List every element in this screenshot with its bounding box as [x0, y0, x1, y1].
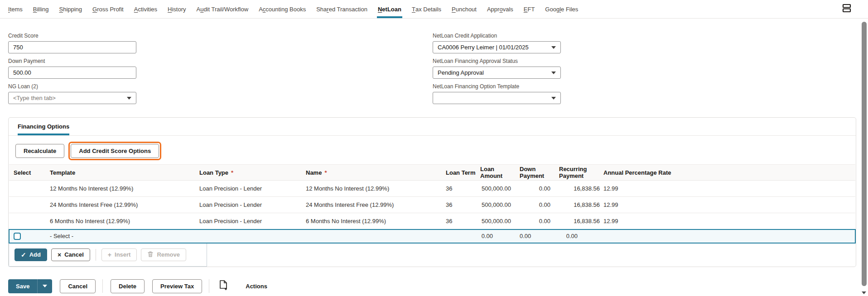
tab-gross-profit[interactable]: Gross Profit [92, 0, 124, 18]
check-icon: ✓ [21, 252, 26, 258]
column-header-template: Template [42, 165, 191, 181]
tab-history[interactable]: History [168, 0, 186, 18]
cell-recurring-payment: 16,838.56 [559, 213, 603, 229]
down-payment-input[interactable]: 500.00 [8, 67, 136, 79]
cancel-line-button-label: Cancel [64, 251, 84, 258]
chevron-down-icon [551, 97, 556, 100]
tab-billing[interactable]: Billing [33, 0, 49, 18]
column-header-select: Select [9, 165, 42, 181]
actions-menu[interactable]: Actions [246, 283, 267, 290]
tab-eft[interactable]: EFT [524, 0, 535, 18]
save-dropdown-button[interactable] [37, 279, 52, 293]
chevron-down-icon [551, 72, 556, 74]
column-header-down-payment: Down Payment [520, 165, 559, 181]
cell-template: 12 Months No Interest (12.99%) [42, 181, 191, 197]
edit-cell-down-payment: 0.00 [520, 229, 559, 243]
trash-icon [147, 251, 154, 258]
edit-cell-recurring-payment: 0.00 [559, 229, 603, 243]
save-split-button: Save [8, 279, 52, 293]
required-asterisk: * [324, 169, 327, 176]
tab-netloan[interactable]: NetLoan [378, 0, 401, 18]
cell-select [9, 197, 42, 213]
table-header-row: SelectTemplateLoan Type*Name*Loan TermLo… [9, 165, 855, 181]
footer-actions-bar: Save Cancel Delete Preview Tax Actions [8, 279, 868, 293]
cell-recurring-payment: 16,838.56 [559, 197, 603, 213]
column-header-annual-percentage-rate: Annual Percentage Rate [603, 165, 855, 181]
column-header-recurring-payment: Recurring Payment [559, 165, 603, 181]
inline-editor-toolbar: ✓Add×Cancel+InsertRemove [9, 243, 207, 267]
cell-annual-percentage-rate: 12.99 [603, 213, 855, 229]
tab-shipping[interactable]: Shipping [59, 0, 82, 18]
cell-template: 6 Months No Interest (12.99%) [42, 213, 191, 229]
tab-approvals[interactable]: Approvals [487, 0, 513, 18]
vertical-scrollbar-thumb[interactable] [862, 22, 867, 286]
tab-tax-details[interactable]: Tax Details [412, 0, 441, 18]
cancel-button[interactable]: Cancel [60, 279, 96, 293]
netloan-financing-option-template-label: NetLoan Financing Option Template [433, 83, 561, 90]
new-document-icon[interactable] [219, 280, 228, 292]
add-line-button[interactable]: ✓Add [14, 248, 47, 261]
cell-name: 6 Months No Interest (12.99%) [298, 213, 445, 229]
netloan-financing-approval-status-select[interactable]: Pending Approval [433, 67, 561, 79]
financing-options-panel: Financing Options Recalculate Add Credit… [8, 117, 856, 267]
netloan-credit-application-label: NetLoan Credit Application [433, 33, 561, 39]
chevron-down-icon [43, 285, 47, 287]
chevron-down-icon [551, 46, 556, 49]
tab-audit-trail-workflow[interactable]: Audit Trail/Workflow [196, 0, 248, 18]
financing-option-row[interactable]: 12 Months No Interest (12.99%)Loan Preci… [9, 181, 855, 197]
form-column-left: Credit Score750Down Payment500.00NG Loan… [8, 33, 136, 109]
save-button[interactable]: Save [8, 279, 37, 293]
insert-line-button-label: Insert [115, 251, 130, 258]
divider [102, 279, 103, 293]
ng-loan-select[interactable]: <Type then tab> [8, 92, 136, 104]
cell-template: 24 Months Interest Free (12.99%) [42, 197, 191, 213]
cancel-line-button[interactable]: ×Cancel [51, 248, 90, 261]
edit-cell-annual-percentage-rate [603, 229, 855, 243]
netloan-financing-option-template-select[interactable] [433, 92, 561, 104]
edit-row-checkbox[interactable] [14, 233, 21, 240]
credit-score-label: Credit Score [8, 33, 136, 39]
edit-cell-template: - Select - [42, 229, 191, 243]
subtab-bar: Financing Options [9, 118, 856, 136]
cell-recurring-payment: 16,838.56 [559, 181, 603, 197]
financing-option-row[interactable]: 6 Months No Interest (12.99%)Loan Precis… [9, 213, 855, 229]
divider [209, 279, 209, 293]
chevron-down-icon [127, 97, 131, 100]
remove-line-button-label: Remove [157, 251, 180, 258]
recalculate-button[interactable]: Recalculate [15, 144, 64, 158]
edit-cell-loan-type [191, 229, 298, 243]
close-icon: × [58, 252, 61, 258]
tab-shared-transaction[interactable]: Shared Transaction [316, 0, 367, 18]
cell-loan-term: 36 [445, 213, 480, 229]
layout-rows-icon[interactable] [842, 4, 852, 14]
down-payment-value: 500.00 [13, 69, 31, 76]
delete-button[interactable]: Delete [111, 279, 145, 293]
tab-activities[interactable]: Activities [134, 0, 157, 18]
field-netloan-financing-option-template: NetLoan Financing Option Template [433, 83, 561, 104]
cell-loan-amount: 500,000.00 [480, 181, 520, 197]
preview-tax-button[interactable]: Preview Tax [152, 279, 202, 293]
cell-name: 24 Months Interest Free (12.99%) [298, 197, 445, 213]
edit-cell-name [298, 229, 445, 243]
tab-financing-options[interactable]: Financing Options [18, 118, 69, 135]
netloan-financing-approval-status-label: NetLoan Financing Approval Status [433, 58, 561, 64]
cell-annual-percentage-rate: 12.99 [603, 181, 855, 197]
credit-score-input[interactable]: 750 [8, 41, 136, 53]
add-credit-score-options-button[interactable]: Add Credit Score Options [71, 144, 159, 158]
tab-punchout[interactable]: Punchout [452, 0, 477, 18]
netloan-credit-application-select[interactable]: CA0006 Perry Leimer | 01/01/2025 [433, 41, 561, 53]
column-header-loan-amount: Loan Amount [480, 165, 520, 181]
plus-icon: + [108, 252, 111, 258]
financing-option-row[interactable]: 24 Months Interest Free (12.99%)Loan Pre… [9, 197, 855, 213]
tab-accounting-books[interactable]: Accounting Books [259, 0, 306, 18]
cell-annual-percentage-rate: 12.99 [603, 197, 855, 213]
cell-loan-type: Loan Precision - Lender [191, 181, 298, 197]
column-header-loan-type: Loan Type* [191, 165, 298, 181]
tab-google-files[interactable]: Google Files [545, 0, 578, 18]
scrollbar-down-arrow[interactable] [862, 291, 866, 294]
required-asterisk: * [231, 169, 233, 176]
tab-items[interactable]: Items [8, 0, 23, 18]
cell-loan-type: Loan Precision - Lender [191, 213, 298, 229]
ng-loan-label: NG Loan (2) [8, 83, 136, 90]
edit-row[interactable]: - Select -0.000.000.00 [9, 229, 855, 243]
